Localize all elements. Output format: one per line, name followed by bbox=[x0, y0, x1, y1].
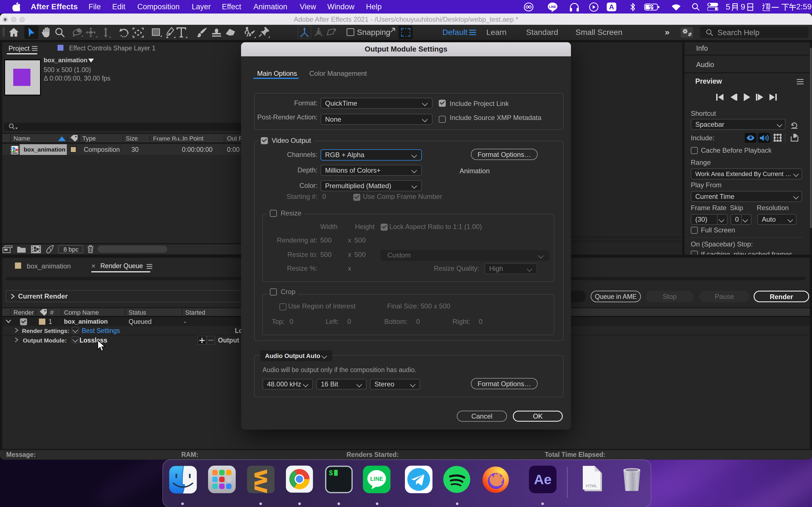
svg-text:$: $ bbox=[329, 469, 333, 477]
svg-text:LINE: LINE bbox=[549, 5, 556, 8]
svg-text:HTML: HTML bbox=[586, 483, 598, 488]
svg-text:Ae: Ae bbox=[534, 472, 552, 487]
svg-text:LINE: LINE bbox=[370, 476, 383, 482]
